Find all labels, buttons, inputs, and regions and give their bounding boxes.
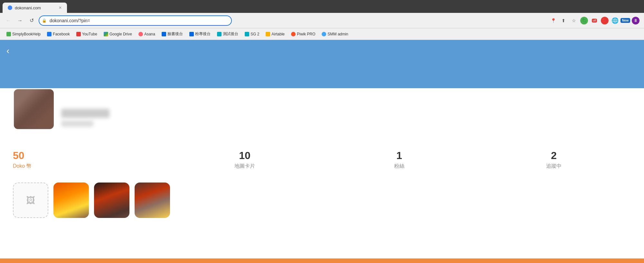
- tab-title: dokonani.com: [15, 5, 41, 10]
- ext-new-badge: New: [620, 18, 630, 23]
- address-bar[interactable]: [39, 15, 232, 26]
- bookmark-simplybookhelp[interactable]: SimplyBookHelp: [4, 31, 43, 38]
- asana-icon: [138, 32, 143, 36]
- asana-label: Asana: [144, 32, 155, 36]
- profile-avatar: [13, 88, 55, 130]
- stat-doko-label: Doko 幣: [13, 163, 167, 170]
- smm-admin-label: SMM admin: [327, 32, 348, 36]
- bookmark-facebook[interactable]: Facebook: [44, 31, 72, 38]
- bookmark-fb-backend[interactable]: 臉書後台: [159, 30, 185, 38]
- food-cards-row: 🖼: [0, 179, 644, 228]
- stats-row: 50 Doko 幣 10 地圖卡片 1 粉絲 2 追蹤中: [0, 146, 644, 179]
- stat-map-number: 10: [167, 149, 322, 162]
- add-photo-icon: 🖼: [26, 195, 35, 206]
- ext-browser-icon-btn[interactable]: 🌐: [611, 16, 620, 25]
- ext-browser-icon: 🌐: [611, 17, 619, 24]
- fb-backend-icon: [162, 32, 166, 36]
- active-tab[interactable]: dokonani.com ✕: [3, 3, 67, 13]
- test-backend-icon: [217, 32, 222, 36]
- fan-backend-icon: [189, 32, 194, 36]
- location-icon-btn[interactable]: 📍: [549, 16, 558, 25]
- ext-off-icon: off: [592, 19, 597, 23]
- reload-button[interactable]: ↺: [27, 16, 36, 25]
- stat-doko-number: 50: [13, 149, 167, 162]
- stat-followers-number: 1: [322, 149, 477, 162]
- facebook-icon: [47, 32, 52, 36]
- ext-new-btn[interactable]: New: [621, 16, 630, 25]
- test-backend-label: 測試後台: [223, 31, 238, 37]
- piwikpro-label: Piwik PRO: [297, 32, 315, 36]
- ext-serpom-icon: 🦎: [580, 17, 588, 24]
- food-img-2: [94, 183, 129, 218]
- profile-btn[interactable]: 8: [631, 16, 640, 25]
- bottom-bar: [0, 258, 644, 263]
- stat-doko-coins: 50 Doko 幣: [13, 149, 167, 170]
- bookmark-smm-admin[interactable]: SMM admin: [319, 31, 351, 38]
- googledrive-icon: [104, 32, 108, 36]
- simplybookhelp-label: SimplyBookHelp: [12, 32, 41, 36]
- stat-following-number: 2: [477, 149, 631, 162]
- food-card-3[interactable]: [135, 183, 170, 218]
- forward-button[interactable]: →: [15, 16, 24, 25]
- toolbar-icons: 📍 ⬆ ☆ 🦎 off 🚫 🌐 New 8: [549, 16, 640, 25]
- tab-close-button[interactable]: ✕: [59, 5, 62, 10]
- fan-backend-label: 粉專後台: [195, 31, 211, 37]
- food-card-1[interactable]: [53, 183, 89, 218]
- bookmark-googledrive[interactable]: Google Drive: [101, 31, 135, 38]
- sg2-label: SG 2: [251, 32, 259, 36]
- page-content: ‹ 50 Doko 幣 10 地圖卡片 1 粉絲 2 追蹤中: [0, 40, 644, 263]
- smm-admin-icon: [322, 32, 326, 36]
- add-photo-card[interactable]: 🖼: [13, 183, 48, 218]
- stat-following: 2 追蹤中: [477, 149, 631, 170]
- ext-red-icon: 🚫: [601, 17, 609, 24]
- ext-red-btn[interactable]: 🚫: [600, 16, 609, 25]
- stat-map-label: 地圖卡片: [167, 163, 322, 170]
- back-button[interactable]: ←: [4, 16, 13, 25]
- food-img-1: [53, 183, 89, 218]
- airtable-icon: [266, 32, 270, 36]
- bookmark-icon-btn[interactable]: ☆: [569, 16, 578, 25]
- airtable-label: Airtable: [271, 32, 285, 36]
- browser-tabs: dokonani.com ✕: [0, 0, 644, 13]
- piwikpro-icon: [291, 32, 296, 36]
- bookmark-airtable[interactable]: Airtable: [263, 31, 287, 38]
- bookmark-sg2[interactable]: SG 2: [242, 31, 262, 38]
- bookmark-test-backend[interactable]: 測試後台: [214, 30, 241, 38]
- profile-name-blur: [61, 109, 109, 118]
- sg2-icon: [245, 32, 249, 36]
- avatar-image: [13, 88, 55, 130]
- fb-backend-label: 臉書後台: [167, 31, 183, 37]
- simplybookhelp-icon: [6, 32, 11, 36]
- bookmark-piwikpro[interactable]: Piwik PRO: [289, 31, 318, 38]
- bookmarks-bar: SimplyBookHelp Facebook YouTube Google D…: [0, 28, 644, 40]
- bookmark-asana[interactable]: Asana: [136, 31, 158, 38]
- profile-avatar-area: [13, 88, 631, 130]
- browser-toolbar: ← → ↺ 🔒 📍 ⬆ ☆ 🦎 off 🚫 🌐: [0, 13, 644, 28]
- back-page-button[interactable]: ‹: [6, 46, 9, 55]
- ext-serpom-btn[interactable]: 🦎: [580, 16, 589, 25]
- profile-section: [0, 88, 644, 146]
- profile-sub-blur: [61, 120, 93, 127]
- youtube-label: YouTube: [82, 32, 97, 36]
- food-card-2[interactable]: [94, 183, 129, 218]
- stat-map-cards: 10 地圖卡片: [167, 149, 322, 170]
- googledrive-label: Google Drive: [109, 32, 132, 36]
- food-img-3: [135, 183, 170, 218]
- youtube-icon: [76, 32, 81, 36]
- address-bar-container: 🔒: [39, 15, 232, 26]
- lock-icon: 🔒: [42, 18, 47, 23]
- share-icon-btn[interactable]: ⬆: [559, 16, 568, 25]
- stat-followers: 1 粉絲: [322, 149, 477, 170]
- ext-off-btn[interactable]: off: [590, 16, 599, 25]
- tab-favicon: [8, 5, 12, 10]
- stat-followers-label: 粉絲: [322, 163, 477, 170]
- profile-name-area: [61, 109, 109, 130]
- facebook-label: Facebook: [53, 32, 70, 36]
- profile-number: 8: [632, 17, 639, 24]
- browser-chrome: dokonani.com ✕ ← → ↺ 🔒 📍 ⬆ ☆ 🦎 off 🚫: [0, 0, 644, 40]
- stat-following-label: 追蹤中: [477, 163, 631, 170]
- bookmark-youtube[interactable]: YouTube: [74, 31, 100, 38]
- bookmark-fan-backend[interactable]: 粉專後台: [187, 30, 213, 38]
